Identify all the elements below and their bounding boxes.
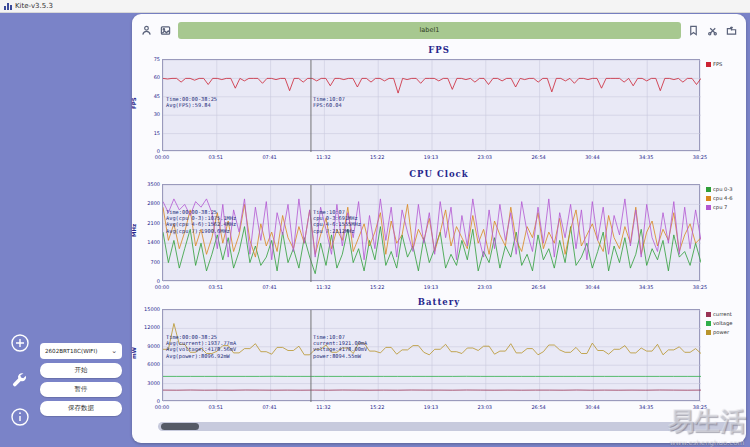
- y-tick-label: 75: [134, 56, 160, 62]
- start-button[interactable]: 开始: [40, 363, 122, 378]
- legend-label: cpu 7: [713, 204, 727, 210]
- legend-label: current: [713, 311, 732, 317]
- y-tick-label: 15000: [134, 306, 160, 312]
- x-tick-label: 30:44: [585, 154, 599, 160]
- x-tick-label: 38:25: [693, 154, 707, 160]
- save-data-button[interactable]: 保存数据: [40, 401, 122, 416]
- x-tick-label: 19:13: [424, 284, 438, 290]
- x-tick-label: 19:13: [424, 404, 438, 410]
- legend-item[interactable]: power: [706, 329, 746, 335]
- device-select[interactable]: 2602BRT18C(WIFI) ⌄: [40, 343, 122, 359]
- app-chart-icon: [4, 3, 12, 10]
- x-tick-label: 26:54: [531, 284, 545, 290]
- y-axis-label: mW: [131, 349, 137, 359]
- x-tick-label: 26:54: [531, 404, 545, 410]
- y-tick-label: 3500: [134, 181, 160, 187]
- y-axis-label: MHz: [131, 227, 137, 237]
- chart-title: Battery: [132, 297, 746, 307]
- wrench-icon[interactable]: [10, 369, 31, 390]
- chart-legend: cpu 0-3cpu 4-6cpu 7: [706, 186, 746, 213]
- add-button[interactable]: [10, 332, 31, 353]
- x-tick-label: 00:00: [155, 404, 169, 410]
- x-tick-label: 03:51: [209, 154, 223, 160]
- y-tick-label: 700: [134, 259, 160, 265]
- legend-label: voltage: [713, 320, 732, 326]
- user-icon[interactable]: [140, 24, 153, 37]
- legend-item[interactable]: cpu 4-6: [706, 195, 746, 201]
- legend-label: power: [713, 329, 729, 335]
- x-tick-label: 03:51: [209, 284, 223, 290]
- x-tick-label: 26:54: [531, 154, 545, 160]
- y-tick-label: 9000: [134, 343, 160, 349]
- y-tick-label: 3000: [134, 380, 160, 386]
- app-window: Kite-v3.5.3 2602BRT18C(WIFI) ⌄ 开始 暂停 保存数…: [0, 0, 750, 447]
- y-tick-label: 15: [134, 130, 160, 136]
- y-tick-label: 12000: [134, 324, 160, 330]
- chart-title: FPS: [132, 45, 746, 55]
- x-tick-label: 34:35: [639, 284, 653, 290]
- chevron-down-icon: ⌄: [111, 347, 117, 355]
- legend-item[interactable]: voltage: [706, 320, 746, 326]
- x-tick-label: 38:25: [693, 404, 707, 410]
- x-tick-label: 30:44: [585, 284, 599, 290]
- legend-item[interactable]: cpu 7: [706, 204, 746, 210]
- y-axis-label: FPS: [131, 99, 137, 109]
- chart-legend: currentvoltagepower: [706, 311, 746, 338]
- x-tick-label: 23:03: [478, 404, 492, 410]
- y-tick-label: 1400: [134, 239, 160, 245]
- y-tick-label: 45: [134, 93, 160, 99]
- toolbar: label1: [132, 18, 746, 42]
- x-tick-label: 07:41: [262, 154, 276, 160]
- legend-label: cpu 4-6: [713, 195, 733, 201]
- legend-swatch: [706, 196, 711, 201]
- legend-item[interactable]: current: [706, 311, 746, 317]
- info-button[interactable]: [10, 406, 31, 427]
- x-tick-label: 15:22: [370, 284, 384, 290]
- pause-button[interactable]: 暂停: [40, 382, 122, 397]
- x-tick-label: 19:13: [424, 154, 438, 160]
- x-tick-label: 34:35: [639, 154, 653, 160]
- plot-area: Time:00:00-38:25 Avg(cpu 0-3):1075.1MHz …: [162, 184, 700, 281]
- x-tick-label: 15:22: [370, 404, 384, 410]
- device-select-value: 2602BRT18C(WIFI): [45, 348, 111, 354]
- legend-swatch: [706, 205, 711, 210]
- chart-title: CPU Clock: [132, 169, 746, 179]
- plot-area: Time:00:00-38:25 Avg(current):1937.77mA …: [162, 309, 700, 401]
- x-tick-label: 00:00: [155, 284, 169, 290]
- y-tick-label: 6000: [134, 361, 160, 367]
- y-tick-label: 30: [134, 111, 160, 117]
- legend-swatch: [706, 62, 711, 67]
- title-bar: Kite-v3.5.3: [0, 0, 750, 13]
- legend-item[interactable]: FPS: [706, 61, 746, 67]
- x-tick-label: 38:25: [693, 284, 707, 290]
- charts: FPSTime:00:00-38:25 Avg(FPS):59.84Time:1…: [132, 42, 746, 414]
- label-input[interactable]: label1: [178, 22, 681, 39]
- x-tick-label: 34:35: [639, 404, 653, 410]
- screenshot-icon[interactable]: [159, 24, 172, 37]
- export-icon[interactable]: [725, 24, 738, 37]
- x-tick-label: 03:51: [209, 404, 223, 410]
- x-tick-label: 11:32: [316, 404, 330, 410]
- bookmark-save-icon[interactable]: [687, 24, 700, 37]
- x-tick-label: 23:03: [478, 154, 492, 160]
- x-tick-label: 23:03: [478, 284, 492, 290]
- y-tick-label: 2800: [134, 200, 160, 206]
- horizontal-scrollbar[interactable]: [158, 422, 738, 431]
- left-rail: [6, 332, 34, 427]
- label-input-value: label1: [420, 26, 440, 34]
- legend-label: FPS: [713, 61, 722, 67]
- scissors-icon[interactable]: [706, 24, 719, 37]
- window-title: Kite-v3.5.3: [15, 2, 53, 10]
- chart-legend: FPS: [706, 61, 746, 70]
- legend-item[interactable]: cpu 0-3: [706, 186, 746, 192]
- x-tick-label: 07:41: [262, 404, 276, 410]
- plot-area: Time:00:00-38:25 Avg(FPS):59.84Time:10:0…: [162, 59, 700, 151]
- scrollbar-thumb[interactable]: [161, 423, 199, 430]
- x-tick-label: 30:44: [585, 404, 599, 410]
- legend-label: cpu 0-3: [713, 186, 733, 192]
- main-card: label1 FPSTime:00:00-38:25 Avg(FPS):59.8…: [132, 14, 746, 443]
- legend-swatch: [706, 330, 711, 335]
- y-tick-label: 2100: [134, 220, 160, 226]
- x-tick-label: 07:41: [262, 284, 276, 290]
- x-tick-label: 11:32: [316, 284, 330, 290]
